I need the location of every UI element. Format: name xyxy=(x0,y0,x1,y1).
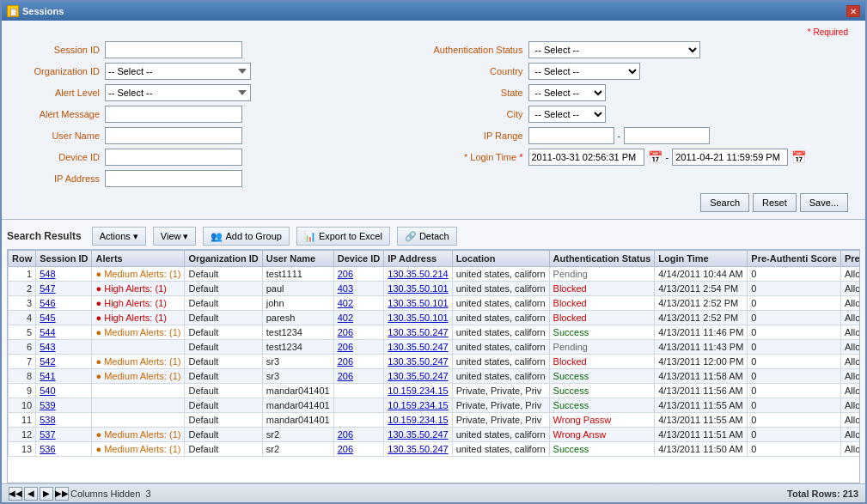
ip-to-input[interactable] xyxy=(624,127,710,144)
cell-session-id[interactable]: 548 xyxy=(36,267,92,282)
auth-status-select[interactable]: -- Select -- xyxy=(528,41,700,58)
reset-button[interactable]: Reset xyxy=(753,193,797,212)
cell-session-id[interactable]: 538 xyxy=(36,413,92,428)
nav-next-button[interactable]: ▶ xyxy=(40,487,53,501)
ip-from-input[interactable] xyxy=(528,127,614,144)
session-link[interactable]: 543 xyxy=(40,342,55,352)
cell-ip[interactable]: 130.35.50.247 xyxy=(384,428,452,442)
device-link[interactable]: 402 xyxy=(338,313,353,323)
cell-device[interactable]: 403 xyxy=(333,282,384,296)
city-select[interactable]: -- Select -- xyxy=(528,106,606,123)
calendar-from-icon[interactable]: 📅 xyxy=(648,150,662,164)
cell-session-id[interactable]: 537 xyxy=(36,428,92,442)
cell-session-id[interactable]: 547 xyxy=(36,282,92,296)
device-link[interactable]: 402 xyxy=(338,298,353,308)
session-link[interactable]: 537 xyxy=(40,429,55,440)
ip-link[interactable]: 130.35.50.101 xyxy=(388,298,448,308)
close-button[interactable]: ✕ xyxy=(846,5,860,17)
cell-session-id[interactable]: 546 xyxy=(36,296,92,311)
cell-ip[interactable]: 130.35.50.247 xyxy=(384,442,452,457)
session-link[interactable]: 548 xyxy=(40,269,55,279)
ip-link[interactable]: 10.159.234.15 xyxy=(388,386,448,396)
ip-link[interactable]: 130.35.50.247 xyxy=(388,342,448,352)
device-id-input[interactable] xyxy=(105,149,242,166)
cell-session-id[interactable]: 542 xyxy=(36,355,92,369)
calendar-to-icon[interactable]: 📅 xyxy=(791,150,806,164)
session-link[interactable]: 538 xyxy=(40,415,55,425)
cell-session-id[interactable]: 539 xyxy=(36,398,92,413)
cell-session-id[interactable]: 543 xyxy=(36,340,92,355)
device-link[interactable]: 206 xyxy=(338,342,353,352)
device-link[interactable]: 206 xyxy=(338,429,353,440)
view-button[interactable]: View ▾ xyxy=(153,227,197,246)
save-button[interactable]: Save... xyxy=(800,193,848,212)
cell-ip[interactable]: 10.159.234.15 xyxy=(384,384,452,398)
session-link[interactable]: 544 xyxy=(40,327,55,337)
cell-session-id[interactable]: 540 xyxy=(36,384,92,398)
session-link[interactable]: 545 xyxy=(40,313,55,323)
cell-device[interactable]: 206 xyxy=(333,355,384,369)
country-select[interactable]: -- Select -- xyxy=(528,63,640,80)
state-select[interactable]: -- Select -- xyxy=(528,84,606,101)
add-to-group-button[interactable]: 👥 Add to Group xyxy=(203,227,289,246)
cell-device[interactable]: 206 xyxy=(333,369,384,384)
device-link[interactable]: 206 xyxy=(338,444,353,454)
ip-link[interactable]: 130.35.50.247 xyxy=(388,356,448,367)
cell-device[interactable]: 206 xyxy=(333,267,384,282)
org-id-select[interactable]: -- Select -- xyxy=(105,63,251,80)
cell-session-id[interactable]: 536 xyxy=(36,442,92,457)
cell-session-id[interactable]: 544 xyxy=(36,325,92,340)
cell-ip[interactable]: 130.35.50.247 xyxy=(384,325,452,340)
session-link[interactable]: 547 xyxy=(40,283,55,294)
cell-device[interactable]: 206 xyxy=(333,325,384,340)
cell-ip[interactable]: 10.159.234.15 xyxy=(384,398,452,413)
ip-link[interactable]: 130.35.50.247 xyxy=(388,429,448,440)
ip-link[interactable]: 10.159.234.15 xyxy=(388,400,448,410)
cell-device[interactable]: 206 xyxy=(333,340,384,355)
ip-link[interactable]: 130.35.50.101 xyxy=(388,283,448,294)
cell-device[interactable]: 402 xyxy=(333,311,384,325)
cell-ip[interactable]: 130.35.50.247 xyxy=(384,355,452,369)
cell-ip[interactable]: 130.35.50.101 xyxy=(384,296,452,311)
results-table-container[interactable]: Row Session ID Alerts Organization ID Us… xyxy=(7,249,860,483)
device-link[interactable]: 206 xyxy=(338,327,353,337)
ip-link[interactable]: 130.35.50.247 xyxy=(388,371,448,381)
cell-ip[interactable]: 130.35.50.247 xyxy=(384,340,452,355)
actions-button[interactable]: Actions ▾ xyxy=(92,227,146,246)
ip-link[interactable]: 130.35.50.247 xyxy=(388,444,448,454)
cell-ip[interactable]: 130.35.50.101 xyxy=(384,311,452,325)
export-button[interactable]: 📊 Export to Excel xyxy=(296,227,390,246)
detach-button[interactable]: 🔗 Detach xyxy=(397,227,457,246)
user-name-input[interactable] xyxy=(105,127,242,144)
cell-ip[interactable]: 10.159.234.15 xyxy=(384,413,452,428)
nav-first-button[interactable]: ◀◀ xyxy=(9,487,22,501)
login-from-input[interactable] xyxy=(528,149,644,166)
cell-device[interactable] xyxy=(333,384,384,398)
cell-device[interactable]: 402 xyxy=(333,296,384,311)
session-link[interactable]: 539 xyxy=(40,400,55,410)
login-to-input[interactable] xyxy=(672,149,788,166)
nav-prev-button[interactable]: ◀ xyxy=(24,487,38,501)
ip-address-input[interactable] xyxy=(105,170,242,187)
ip-link[interactable]: 130.35.50.101 xyxy=(388,313,448,323)
session-link[interactable]: 536 xyxy=(40,444,55,454)
ip-link[interactable]: 10.159.234.15 xyxy=(388,415,448,425)
cell-device[interactable]: 206 xyxy=(333,428,384,442)
device-link[interactable]: 206 xyxy=(338,269,353,279)
session-link[interactable]: 546 xyxy=(40,298,55,308)
session-link[interactable]: 540 xyxy=(40,386,55,396)
cell-device[interactable] xyxy=(333,398,384,413)
device-link[interactable]: 206 xyxy=(338,356,353,367)
ip-link[interactable]: 130.35.50.247 xyxy=(388,327,448,337)
session-link[interactable]: 542 xyxy=(40,356,55,367)
alert-level-select[interactable]: -- Select -- xyxy=(105,84,251,101)
nav-last-button[interactable]: ▶▶ xyxy=(55,487,69,501)
cell-device[interactable] xyxy=(333,413,384,428)
cell-session-id[interactable]: 545 xyxy=(36,311,92,325)
cell-session-id[interactable]: 541 xyxy=(36,369,92,384)
search-button[interactable]: Search xyxy=(700,193,749,212)
device-link[interactable]: 206 xyxy=(338,371,353,381)
cell-ip[interactable]: 130.35.50.247 xyxy=(384,369,452,384)
cell-device[interactable]: 206 xyxy=(333,442,384,457)
cell-ip[interactable]: 130.35.50.101 xyxy=(384,282,452,296)
